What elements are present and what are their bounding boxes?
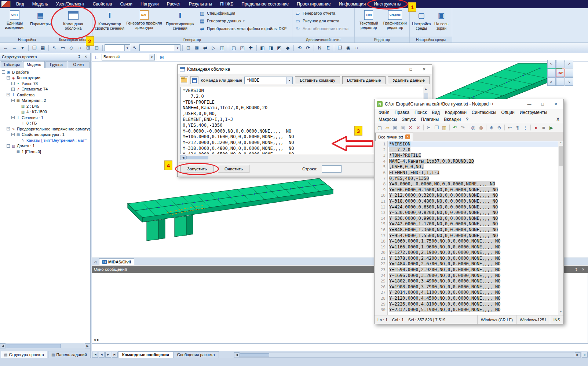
select-polygon-icon[interactable]: ◇ <box>67 44 75 52</box>
find-icon[interactable]: ◎ <box>470 124 477 131</box>
tab-nav-icon-0[interactable]: |◀ <box>92 352 98 358</box>
tab-nav-icon-1[interactable]: ◀ <box>99 352 105 358</box>
scroll-right-icon[interactable]: ▶ <box>85 343 90 348</box>
insert-command-button[interactable]: Вставить команду <box>295 76 340 84</box>
data-generator-item[interactable]: ▦ Генератор данных ▾ <box>199 18 288 24</box>
tree-item-2[interactable]: +•Узлы: 78 <box>1 81 90 86</box>
notepad-menu-5[interactable]: Синтаксисы <box>469 110 499 115</box>
activate-all-icon[interactable]: ⇄ <box>201 44 209 52</box>
expand-icon[interactable]: + <box>11 88 15 91</box>
view-top-button[interactable]: TOP <box>556 69 565 77</box>
structure-tab-2[interactable]: Группа <box>45 61 67 68</box>
clear-button[interactable]: Очистить <box>218 165 249 173</box>
menu-item-0[interactable]: Вид <box>12 0 28 8</box>
more-tabs-button[interactable]: » <box>582 352 588 358</box>
stop-macro-icon[interactable]: ■ <box>540 124 547 131</box>
close-icon[interactable]: ✕ <box>550 100 561 108</box>
menu-item-12[interactable]: Инструменты <box>370 0 405 8</box>
pan-icon[interactable]: ✚ <box>247 44 255 52</box>
redraw-icon[interactable]: ▷ <box>210 44 218 52</box>
close-all-icon[interactable]: ✕ <box>414 124 422 131</box>
paste-icon[interactable]: ▥ <box>441 124 448 131</box>
tree-item-8[interactable]: −IСечения : 1 <box>1 115 90 121</box>
tree-item-14[interactable]: ▦1 [Elem=0] <box>1 149 90 155</box>
insert-data-button[interactable]: Вставить данные <box>342 76 386 84</box>
deactivate-icon[interactable]: ⊠ <box>193 44 201 52</box>
collapse-icon[interactable]: − <box>11 133 15 136</box>
undo-icon[interactable]: ↶ <box>451 124 459 131</box>
scroll-thumb[interactable] <box>240 353 269 356</box>
collapse-icon[interactable]: − <box>7 144 10 148</box>
select-window-icon[interactable]: ▭ <box>59 44 67 52</box>
text-editor-button[interactable]: Text Текстовый редактор <box>356 9 382 36</box>
notepad-menu-1[interactable]: Правка <box>392 110 412 115</box>
menu-item-8[interactable]: ПНЖБ <box>216 0 237 8</box>
message-horizontal-scrollbar[interactable]: ◀▶ <box>234 352 581 358</box>
open-folder-icon[interactable]: ▱ <box>384 124 391 131</box>
copy-icon[interactable]: ❐ <box>433 124 440 131</box>
tab-scroll-left-icon[interactable]: ◁ <box>92 259 98 265</box>
tree-item-11[interactable]: −▤Свойство арматуры : 1 <box>1 132 90 138</box>
menu-item-10[interactable]: Проектирование <box>293 0 335 8</box>
expand-icon[interactable]: + <box>11 82 15 85</box>
notepad-menu-3[interactable]: Вид <box>429 110 442 115</box>
named-view-combo[interactable]: Базовый <box>102 54 155 60</box>
view-rotate-icon-2[interactable]: ↗ <box>565 60 573 68</box>
close-icon[interactable]: ✕ <box>83 54 88 59</box>
close-icon[interactable]: ✕ <box>581 267 586 272</box>
notepad-menu2-2[interactable]: Плагины <box>419 117 442 122</box>
section-property-calculator-button[interactable]: I Калькулятор свойств сечения <box>94 9 126 36</box>
named-plane-combo[interactable] <box>139 44 180 51</box>
notepad-menu2-0[interactable]: Макросы <box>376 117 399 122</box>
front-view-icon[interactable]: ◧ <box>259 44 266 52</box>
maximize-icon[interactable]: □ <box>537 100 548 108</box>
units-button[interactable]: UNIT Единицы измерения <box>1 9 28 36</box>
view-rotate-icon-3[interactable] <box>547 69 556 77</box>
specification-item[interactable]: ▥ Спецификация <box>199 10 288 16</box>
view-rotate-icon-1[interactable] <box>556 60 565 68</box>
view-rotate-icon-0[interactable]: ↖ <box>547 60 556 68</box>
new-file-icon[interactable]: ▢ <box>376 124 383 131</box>
scroll-up-icon[interactable]: ▲ <box>558 141 563 146</box>
lock-icon[interactable]: ◉ <box>344 44 352 52</box>
notepad-editor[interactable]: 1234567891011121314151617181920212223242… <box>375 141 563 315</box>
open-file-button[interactable] <box>180 76 188 84</box>
message-tab-0[interactable]: Командные сообщения <box>118 351 173 358</box>
tree-item-3[interactable]: +↗Элементы: 74 <box>1 86 90 92</box>
tab-nav-icon-3[interactable]: ▶| <box>112 352 118 358</box>
graphic-editor-button[interactable]: Graphic Графический редактор <box>382 9 408 36</box>
menu-item-3[interactable]: Свойства <box>89 0 116 8</box>
tree-item-4[interactable]: −IСвойства <box>1 92 90 98</box>
run-button[interactable]: Запустить <box>180 165 213 173</box>
scroll-left-icon[interactable]: ◀ <box>0 343 6 348</box>
close-icon[interactable]: ✕ <box>419 66 430 73</box>
redo-icon[interactable]: ↷ <box>459 124 466 131</box>
tree-item-12[interactable]: ∿Канаты [ тип=Внутренний ; мат= <box>1 137 90 143</box>
word-wrap-icon[interactable]: ↩ <box>506 124 514 131</box>
zoom-in-icon[interactable]: ⊕ <box>488 124 495 131</box>
top-view-icon[interactable]: ◩ <box>275 44 283 52</box>
app-logo-icon[interactable] <box>1 1 11 7</box>
unselect-all-icon[interactable]: ⊟ <box>93 44 101 52</box>
unlock-icon[interactable]: ○ <box>353 44 361 52</box>
scroll-thumb[interactable] <box>559 146 563 166</box>
convert-metafiles-item[interactable]: ⇄ Преобразовать мета-файлы в файлы DXF <box>199 26 288 32</box>
notepad-menu-7[interactable]: Инструменты <box>517 110 550 115</box>
view-history-dropdown-icon[interactable]: ▾ <box>19 44 26 52</box>
report-generator-item[interactable]: ▱ Генератор отчета <box>295 10 352 16</box>
tree-item-6[interactable]: ▥2 : B45 <box>1 103 90 109</box>
initial-view-icon[interactable]: ◫ <box>218 44 226 52</box>
view-rotate-icon-7[interactable] <box>556 77 565 86</box>
minimize-icon[interactable]: — <box>524 100 535 108</box>
notepad-menu2-1[interactable]: Запуск <box>399 117 419 122</box>
tree-item-1[interactable]: −◈Конструкции <box>1 75 90 81</box>
zoom-out-icon[interactable]: ⊖ <box>496 124 503 131</box>
tree-item-0[interactable]: −▣В работе <box>1 69 90 75</box>
collapse-icon[interactable]: − <box>7 93 10 96</box>
save-all-icon[interactable]: ▣ <box>399 124 406 131</box>
collapse-icon[interactable]: − <box>7 127 10 130</box>
tree-item-10[interactable]: −∿Предварительное напряжение арматур. <box>1 126 90 132</box>
menu-item-9[interactable]: Предельное состояние <box>237 0 293 8</box>
zoom-window-icon[interactable]: ▢ <box>230 44 238 52</box>
rotate-right-icon[interactable]: ⟳ <box>304 44 312 52</box>
